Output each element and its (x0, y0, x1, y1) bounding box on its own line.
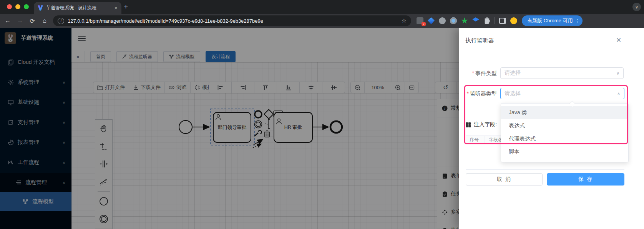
chrome-menu-kebab-icon[interactable]: ⋮ (575, 18, 580, 24)
execution-listener-drawer: 执行监听器 ✕ 事件类型 请选择 ∨ 监听器类型 请选择 ∧ 注入字段: 序号 … (459, 28, 644, 229)
tab-close-icon[interactable]: × (114, 5, 118, 11)
dropdown-option-expression[interactable]: 表达式 (501, 119, 628, 132)
window-zoom-button[interactable] (24, 4, 29, 9)
browser-tab-title: 芋道管理系统 - 设计流程 (46, 5, 112, 11)
browser-tab[interactable]: 芋道管理系统 - 设计流程 × (34, 2, 121, 14)
new-tab-button[interactable]: + (124, 3, 128, 11)
screen: 芋道管理系统 - 设计流程 × + ∨ ← → ⟳ ⌂ i 127.0.0.1/… (0, 0, 644, 229)
extension-icon-command[interactable] (439, 17, 446, 24)
extension-icon-star[interactable] (461, 17, 468, 24)
drawer-title: 执行监听器 (465, 37, 494, 44)
toolbar-separator (495, 17, 495, 24)
listener-type-placeholder: 请选择 (505, 90, 617, 97)
listener-type-label: 监听器类型 (459, 90, 497, 97)
chrome-update-button[interactable]: 有新版 Chrome 可用 ⋮ (522, 15, 583, 26)
event-type-select[interactable]: 请选择 ∨ (500, 67, 624, 79)
site-favicon (38, 5, 43, 11)
inject-fields-label: 注入字段: (474, 121, 497, 128)
url-field[interactable]: i 127.0.0.1/bpm/manager/model/edit?model… (53, 15, 411, 26)
dropdown-option-java-class[interactable]: Java 类 (501, 106, 628, 119)
forward-icon[interactable]: → (14, 17, 26, 24)
home-icon[interactable]: ⌂ (38, 17, 51, 24)
chevron-down-icon: ∨ (616, 71, 619, 76)
browser-tab-strip: 芋道管理系统 - 设计流程 × + ∨ (0, 0, 644, 14)
chrome-update-label: 有新版 Chrome 可用 (527, 17, 573, 24)
extensions-row: 7 (417, 17, 517, 24)
tab-search-chevron-icon[interactable]: ∨ (632, 3, 641, 11)
sidebar-toggle-icon[interactable] (499, 18, 506, 24)
cancel-button[interactable]: 取 消 (466, 173, 543, 186)
event-type-placeholder: 请选择 (505, 70, 616, 77)
extension-icon-chevrons[interactable] (472, 17, 479, 24)
url-text[interactable]: 127.0.0.1/bpm/manager/model/edit?modelId… (68, 18, 398, 24)
browser-address-bar: ← → ⟳ ⌂ i 127.0.0.1/bpm/manager/model/ed… (0, 14, 644, 28)
window-close-button[interactable] (7, 4, 12, 9)
back-icon[interactable]: ← (2, 17, 14, 24)
dropdown-option-script[interactable]: 脚本 (501, 145, 628, 158)
event-type-label: 事件类型 (459, 70, 497, 77)
window-minimize-button[interactable] (15, 4, 20, 9)
bookmark-star-icon[interactable]: ☆ (402, 17, 407, 24)
col-seq: 序号 (466, 136, 485, 144)
inject-fields-row: 注入字段: (466, 121, 497, 128)
chevron-up-icon: ∧ (617, 91, 620, 96)
close-icon[interactable]: ✕ (614, 36, 623, 45)
listener-type-dropdown: Java 类 表达式 代理表达式 脚本 (501, 103, 629, 162)
dropdown-option-delegate-expression[interactable]: 代理表达式 (501, 132, 628, 145)
reload-icon[interactable]: ⟳ (26, 17, 38, 25)
extension-icon-blocks[interactable]: 7 (417, 17, 423, 24)
profile-avatar-emoji[interactable] (510, 17, 517, 24)
extensions-puzzle-icon[interactable] (483, 17, 490, 24)
extension-icon-kite[interactable] (428, 17, 435, 24)
listener-type-select[interactable]: 请选择 ∧ (500, 88, 624, 99)
save-button[interactable]: 保 存 (547, 173, 624, 186)
grid-icon (466, 122, 471, 127)
site-info-icon[interactable]: i (58, 18, 64, 24)
app-area: 🐰 芋道管理系统 Cloud 开发文档 系统管理 ∨ 基础设施 ∨ 支付管理 ∨ (0, 28, 644, 229)
extension-icon-circle[interactable] (450, 17, 457, 24)
extension-badge: 7 (422, 22, 426, 26)
